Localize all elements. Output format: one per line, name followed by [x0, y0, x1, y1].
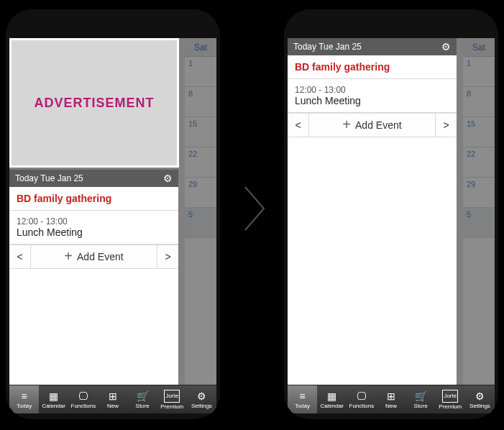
allday-event[interactable]: BD family gathering [9, 187, 178, 211]
nav-label: Today [17, 403, 32, 409]
advertisement-label: ADVERTISEMENT [34, 96, 154, 111]
plus-box-icon: ⊞ [387, 390, 395, 402]
nav-label: New [385, 403, 397, 409]
nav-premium[interactable]: JortePremium [436, 385, 465, 413]
premium-icon: Jorte [164, 390, 180, 403]
nav-calendar[interactable]: ▦Calendar [39, 385, 68, 413]
prev-day-button[interactable]: < [9, 245, 31, 268]
today-drawer: Today Tue Jan 25 ⚙ BD family gathering 1… [9, 170, 178, 385]
premium-icon: Jorte [442, 390, 458, 403]
nav-label: Settings [469, 403, 490, 409]
nav-premium[interactable]: JortePremium [157, 385, 187, 413]
next-day-button[interactable]: > [157, 245, 178, 268]
calendar-background: Sat 1 8 15 22 29 5 [185, 38, 216, 413]
allday-event-title: BD family gathering [17, 193, 111, 204]
timed-event[interactable]: 12:00 - 13:00 Lunch Meeting [288, 79, 457, 113]
event-title: Lunch Meeting [17, 227, 171, 238]
monitor-icon: 🖵 [357, 390, 367, 402]
calendar-dim-overlay [185, 38, 216, 413]
phone-with-ads: Sat 1 8 15 22 29 5 ADVERTISEMENT Today T… [6, 9, 220, 419]
add-event-button[interactable]: + Add Event [31, 245, 157, 268]
allday-event-title: BD family gathering [295, 61, 390, 73]
nav-store[interactable]: 🛒Store [128, 385, 157, 413]
today-bar-label: Today Tue Jan 25 [293, 42, 362, 52]
calendar-background: Sat 1 8 15 22 29 5 [463, 38, 495, 413]
nav-settings[interactable]: ⚙Settings [465, 385, 495, 413]
nav-label: Store [414, 403, 428, 409]
add-event-label: Add Event [77, 251, 124, 262]
menu-icon: ≡ [21, 390, 27, 402]
add-event-row: < + Add Event > [9, 244, 178, 269]
screen: Sat 1 8 15 22 29 5 ADVERTISEMENT Today T… [9, 38, 216, 413]
today-bar: Today Tue Jan 25 ⚙ [288, 38, 457, 55]
event-time: 12:00 - 13:00 [295, 85, 449, 95]
advertisement-banner[interactable]: ADVERTISEMENT [9, 38, 179, 168]
allday-event[interactable]: BD family gathering [288, 55, 457, 79]
bottom-nav: ≡Today ▦Calendar 🖵Functions ⊞New 🛒Store … [288, 385, 495, 413]
nav-today[interactable]: ≡Today [9, 385, 39, 413]
screen: Sat 1 8 15 22 29 5 Today Tue Jan 25 ⚙ BD… [288, 38, 495, 413]
bottom-nav: ≡Today ▦Calendar 🖵Functions ⊞New 🛒Store … [9, 385, 216, 413]
chevron-right-icon [242, 186, 267, 232]
today-bar: Today Tue Jan 25 ⚙ [9, 170, 178, 187]
plus-icon: + [342, 116, 351, 133]
cart-icon: 🛒 [137, 390, 149, 402]
nav-label: Store [136, 403, 150, 409]
monitor-icon: 🖵 [78, 390, 88, 402]
calendar-dim-overlay [463, 38, 495, 413]
event-time: 12:00 - 13:00 [17, 216, 171, 227]
nav-label: Premium [160, 403, 183, 410]
plus-icon: + [64, 248, 73, 265]
nav-label: Functions [349, 403, 375, 409]
nav-functions[interactable]: 🖵Functions [347, 385, 376, 413]
nav-label: Calendar [320, 403, 343, 409]
add-event-button[interactable]: + Add Event [309, 114, 435, 137]
nav-today[interactable]: ≡Today [288, 385, 317, 413]
add-event-label: Add Event [355, 119, 402, 131]
phone-no-ads: Sat 1 8 15 22 29 5 Today Tue Jan 25 ⚙ BD… [284, 9, 498, 419]
today-bar-label: Today Tue Jan 25 [15, 173, 83, 183]
nav-functions[interactable]: 🖵Functions [68, 385, 98, 413]
add-event-row: < + Add Event > [288, 113, 457, 137]
nav-calendar[interactable]: ▦Calendar [317, 385, 347, 413]
gear-icon[interactable]: ⚙ [439, 40, 452, 53]
nav-label: New [107, 403, 119, 409]
prev-day-button[interactable]: < [288, 114, 309, 137]
nav-label: Today [295, 403, 310, 409]
event-title: Lunch Meeting [295, 95, 449, 106]
gear-icon: ⚙ [197, 390, 206, 402]
nav-store[interactable]: 🛒Store [406, 385, 436, 413]
plus-box-icon: ⊞ [109, 390, 117, 402]
today-drawer: Today Tue Jan 25 ⚙ BD family gathering 1… [288, 38, 457, 385]
nav-new[interactable]: ⊞New [376, 385, 406, 413]
nav-label: Settings [191, 403, 212, 409]
gear-icon: ⚙ [475, 390, 485, 402]
nav-label: Functions [71, 403, 96, 409]
cart-icon: 🛒 [415, 390, 427, 402]
nav-label: Premium [439, 403, 462, 410]
calendar-icon: ▦ [327, 390, 336, 402]
nav-label: Calendar [42, 403, 65, 409]
nav-settings[interactable]: ⚙Settings [187, 385, 216, 413]
menu-icon: ≡ [299, 390, 305, 402]
calendar-icon: ▦ [49, 390, 58, 402]
timed-event[interactable]: 12:00 - 13:00 Lunch Meeting [9, 211, 178, 244]
gear-icon[interactable]: ⚙ [161, 172, 174, 185]
next-day-button[interactable]: > [435, 114, 457, 137]
nav-new[interactable]: ⊞New [98, 385, 127, 413]
